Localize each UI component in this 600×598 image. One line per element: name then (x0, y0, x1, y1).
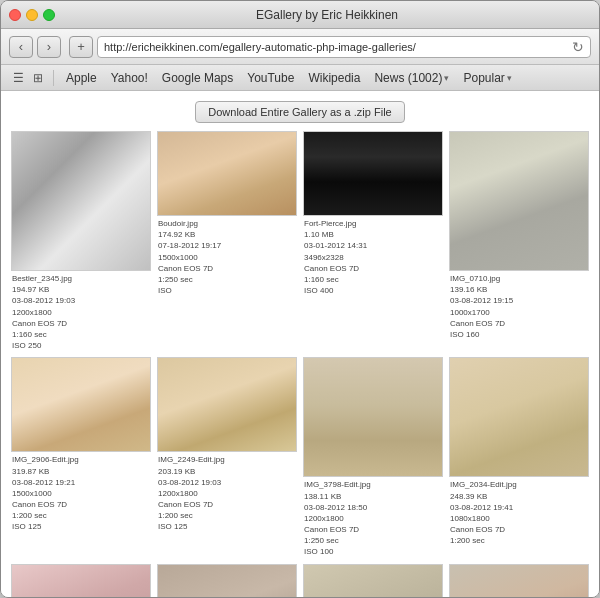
photo-meta: Bestler_2345.jpg 194.97 KB 03-08-2012 19… (11, 273, 151, 351)
page-content[interactable]: Download Entire Gallery as a .zip File B… (1, 91, 599, 597)
minimize-button[interactable] (26, 9, 38, 21)
photo-meta: IMG_2249-Edit.jpg 203.19 KB 03-08-2012 1… (157, 454, 297, 532)
news-arrow-icon: ▾ (444, 73, 449, 83)
download-button[interactable]: Download Entire Gallery as a .zip File (195, 101, 404, 123)
bookmarks-bar: ☰ ⊞ Apple Yahoo! Google Maps YouTube Wik… (1, 65, 599, 91)
back-button[interactable]: ‹ (9, 36, 33, 58)
list-item[interactable]: stairs.jpg (157, 564, 297, 597)
bookmark-wikipedia[interactable]: Wikipedia (302, 69, 366, 87)
list-item[interactable]: Boudoir.jpg 174.92 KB 07-18-2012 19:17 1… (157, 131, 297, 296)
gallery-grid: Bestler_2345.jpg 194.97 KB 03-08-2012 19… (1, 131, 599, 597)
bookmark-divider (53, 70, 54, 86)
list-item[interactable]: IMG_2034-Edit.jpg 248.39 KB 03-08-2012 1… (449, 357, 589, 546)
close-button[interactable] (9, 9, 21, 21)
browser-toolbar: ‹ › + http://ericheikkinen.com/egallery-… (1, 29, 599, 65)
list-item[interactable]: Bestler_2345.jpg 194.97 KB 03-08-2012 19… (11, 131, 151, 351)
traffic-lights (9, 9, 55, 21)
maximize-button[interactable] (43, 9, 55, 21)
list-item[interactable]: IMG_2906-Edit.jpg 319.87 KB 03-08-2012 1… (11, 357, 151, 532)
browser-window: EGallery by Eric Heikkinen ‹ › + http://… (0, 0, 600, 598)
list-item[interactable]: red_flower.jpg (449, 564, 589, 597)
list-item[interactable]: IMG_2249-Edit.jpg 203.19 KB 03-08-2012 1… (157, 357, 297, 532)
list-item[interactable]: IMG_0710.jpg 139.16 KB 03-08-2012 19:15 … (449, 131, 589, 351)
grid-icon[interactable]: ⊞ (29, 69, 47, 87)
photo-meta: Fort-Pierce.jpg 1.10 MB 03-01-2012 14:31… (303, 218, 443, 296)
bookmark-yahoo[interactable]: Yahoo! (105, 69, 154, 87)
list-item[interactable]: Fort-Pierce.jpg 1.10 MB 03-01-2012 14:31… (303, 131, 443, 296)
list-item[interactable]: IMG_3798-Edit.jpg 138.11 KB 03-08-2012 1… (303, 357, 443, 557)
download-bar: Download Entire Gallery as a .zip File (1, 91, 599, 131)
photo-meta: IMG_2906-Edit.jpg 319.87 KB 03-08-2012 1… (11, 454, 151, 532)
popular-arrow-icon: ▾ (507, 73, 512, 83)
forward-button[interactable]: › (37, 36, 61, 58)
photo-meta: IMG_2034-Edit.jpg 248.39 KB 03-08-2012 1… (449, 479, 589, 546)
new-tab-button[interactable]: + (69, 36, 93, 58)
list-item[interactable]: pose.jpg (303, 564, 443, 597)
list-item[interactable]: balloons.jpg (11, 564, 151, 597)
bookmark-googlemaps[interactable]: Google Maps (156, 69, 239, 87)
window-title: EGallery by Eric Heikkinen (63, 8, 591, 22)
photo-meta: IMG_0710.jpg 139.16 KB 03-08-2012 19:15 … (449, 273, 589, 340)
reader-icon[interactable]: ☰ (9, 69, 27, 87)
photo-meta: IMG_3798-Edit.jpg 138.11 KB 03-08-2012 1… (303, 479, 443, 557)
bookmark-news[interactable]: News (1002) ▾ (368, 69, 455, 87)
refresh-button[interactable]: ↻ (572, 39, 584, 55)
photo-meta: Boudoir.jpg 174.92 KB 07-18-2012 19:17 1… (157, 218, 297, 296)
bookmark-popular[interactable]: Popular ▾ (457, 69, 517, 87)
titlebar: EGallery by Eric Heikkinen (1, 1, 599, 29)
bookmark-apple[interactable]: Apple (60, 69, 103, 87)
address-text: http://ericheikkinen.com/egallery-automa… (104, 41, 568, 53)
address-bar[interactable]: http://ericheikkinen.com/egallery-automa… (97, 36, 591, 58)
bookmark-youtube[interactable]: YouTube (241, 69, 300, 87)
